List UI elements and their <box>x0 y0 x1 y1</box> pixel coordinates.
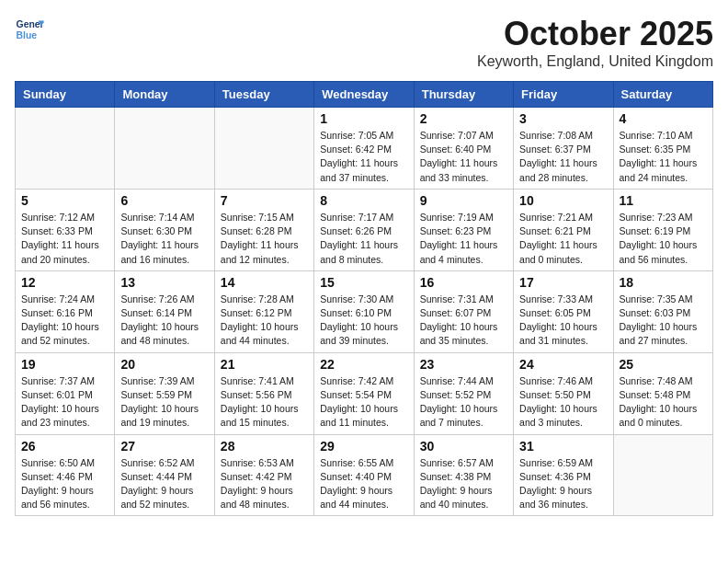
day-info: Sunrise: 7:35 AM Sunset: 6:03 PM Dayligh… <box>620 293 707 349</box>
day-number: 10 <box>519 193 607 208</box>
calendar-day-empty <box>214 108 313 190</box>
logo-icon: General Blue <box>15 15 44 44</box>
calendar-day-9: 9Sunrise: 7:19 AM Sunset: 6:23 PM Daylig… <box>414 189 513 270</box>
day-number: 22 <box>320 357 407 372</box>
day-info: Sunrise: 7:15 AM Sunset: 6:28 PM Dayligh… <box>221 211 308 267</box>
calendar-day-3: 3Sunrise: 7:08 AM Sunset: 6:37 PM Daylig… <box>514 108 613 190</box>
day-info: Sunrise: 7:42 AM Sunset: 5:54 PM Dayligh… <box>320 374 407 431</box>
day-info: Sunrise: 7:12 AM Sunset: 6:33 PM Dayligh… <box>21 211 108 267</box>
day-number: 20 <box>120 357 208 372</box>
day-info: Sunrise: 7:26 AM Sunset: 6:14 PM Dayligh… <box>120 293 208 349</box>
calendar-day-8: 8Sunrise: 7:17 AM Sunset: 6:26 PM Daylig… <box>314 189 414 270</box>
day-number: 26 <box>21 439 108 454</box>
day-info: Sunrise: 7:30 AM Sunset: 6:10 PM Dayligh… <box>320 293 407 349</box>
day-number: 25 <box>620 357 707 372</box>
day-info: Sunrise: 7:48 AM Sunset: 5:48 PM Dayligh… <box>620 374 707 431</box>
day-number: 3 <box>519 111 607 126</box>
weekday-header-saturday: Saturday <box>613 82 712 108</box>
calendar-week-row: 12Sunrise: 7:24 AM Sunset: 6:16 PM Dayli… <box>16 270 713 352</box>
day-number: 5 <box>21 193 108 208</box>
day-info: Sunrise: 7:21 AM Sunset: 6:21 PM Dayligh… <box>519 211 607 267</box>
location: Keyworth, England, United Kingdom <box>477 53 713 70</box>
weekday-header-monday: Monday <box>115 82 214 108</box>
day-info: Sunrise: 6:59 AM Sunset: 4:36 PM Dayligh… <box>519 456 607 512</box>
day-number: 14 <box>221 275 308 290</box>
calendar-day-1: 1Sunrise: 7:05 AM Sunset: 6:42 PM Daylig… <box>314 108 414 190</box>
day-info: Sunrise: 7:41 AM Sunset: 5:56 PM Dayligh… <box>221 374 308 431</box>
day-info: Sunrise: 7:24 AM Sunset: 6:16 PM Dayligh… <box>21 293 108 349</box>
logo: General Blue <box>15 15 44 44</box>
day-info: Sunrise: 7:39 AM Sunset: 5:59 PM Dayligh… <box>120 374 208 431</box>
day-info: Sunrise: 6:52 AM Sunset: 4:44 PM Dayligh… <box>120 456 208 512</box>
calendar-day-27: 27Sunrise: 6:52 AM Sunset: 4:44 PM Dayli… <box>115 434 214 516</box>
day-number: 19 <box>21 357 108 372</box>
day-number: 28 <box>221 439 308 454</box>
calendar-day-empty <box>115 108 214 190</box>
calendar-day-15: 15Sunrise: 7:30 AM Sunset: 6:10 PM Dayli… <box>314 270 414 352</box>
day-info: Sunrise: 7:33 AM Sunset: 6:05 PM Dayligh… <box>519 293 607 349</box>
day-number: 17 <box>519 275 607 290</box>
day-info: Sunrise: 7:07 AM Sunset: 6:40 PM Dayligh… <box>420 129 507 185</box>
calendar-week-row: 19Sunrise: 7:37 AM Sunset: 6:01 PM Dayli… <box>16 352 713 434</box>
day-info: Sunrise: 7:05 AM Sunset: 6:42 PM Dayligh… <box>320 129 407 185</box>
calendar-day-24: 24Sunrise: 7:46 AM Sunset: 5:50 PM Dayli… <box>514 352 613 434</box>
calendar-day-empty <box>16 108 115 190</box>
page-header: General Blue October 2025 Keyworth, Engl… <box>15 15 713 70</box>
day-info: Sunrise: 7:08 AM Sunset: 6:37 PM Dayligh… <box>519 129 607 185</box>
title-area: October 2025 Keyworth, England, United K… <box>477 15 713 70</box>
day-number: 15 <box>320 275 407 290</box>
svg-text:Blue: Blue <box>17 30 38 40</box>
month-title: October 2025 <box>477 15 713 53</box>
calendar-day-13: 13Sunrise: 7:26 AM Sunset: 6:14 PM Dayli… <box>115 270 214 352</box>
calendar-day-12: 12Sunrise: 7:24 AM Sunset: 6:16 PM Dayli… <box>16 270 115 352</box>
day-info: Sunrise: 7:31 AM Sunset: 6:07 PM Dayligh… <box>420 293 507 349</box>
weekday-header-row: SundayMondayTuesdayWednesdayThursdayFrid… <box>16 82 713 108</box>
day-number: 31 <box>519 439 607 454</box>
day-info: Sunrise: 6:57 AM Sunset: 4:38 PM Dayligh… <box>420 456 507 512</box>
day-info: Sunrise: 6:50 AM Sunset: 4:46 PM Dayligh… <box>21 456 108 512</box>
day-info: Sunrise: 6:55 AM Sunset: 4:40 PM Dayligh… <box>320 456 407 512</box>
calendar-week-row: 5Sunrise: 7:12 AM Sunset: 6:33 PM Daylig… <box>16 189 713 270</box>
day-number: 4 <box>620 111 707 126</box>
calendar-week-row: 1Sunrise: 7:05 AM Sunset: 6:42 PM Daylig… <box>16 108 713 190</box>
day-info: Sunrise: 7:23 AM Sunset: 6:19 PM Dayligh… <box>620 211 707 267</box>
day-number: 7 <box>221 193 308 208</box>
weekday-header-sunday: Sunday <box>16 82 115 108</box>
day-number: 8 <box>320 193 407 208</box>
day-number: 1 <box>320 111 407 126</box>
day-number: 30 <box>420 439 507 454</box>
day-info: Sunrise: 7:44 AM Sunset: 5:52 PM Dayligh… <box>420 374 507 431</box>
calendar-day-17: 17Sunrise: 7:33 AM Sunset: 6:05 PM Dayli… <box>514 270 613 352</box>
day-info: Sunrise: 6:53 AM Sunset: 4:42 PM Dayligh… <box>221 456 308 512</box>
calendar-day-5: 5Sunrise: 7:12 AM Sunset: 6:33 PM Daylig… <box>16 189 115 270</box>
day-number: 29 <box>320 439 407 454</box>
day-number: 21 <box>221 357 308 372</box>
day-info: Sunrise: 7:28 AM Sunset: 6:12 PM Dayligh… <box>221 293 308 349</box>
day-number: 23 <box>420 357 507 372</box>
weekday-header-tuesday: Tuesday <box>214 82 313 108</box>
day-info: Sunrise: 7:17 AM Sunset: 6:26 PM Dayligh… <box>320 211 407 267</box>
calendar-week-row: 26Sunrise: 6:50 AM Sunset: 4:46 PM Dayli… <box>16 434 713 516</box>
day-number: 24 <box>519 357 607 372</box>
calendar-day-19: 19Sunrise: 7:37 AM Sunset: 6:01 PM Dayli… <box>16 352 115 434</box>
day-info: Sunrise: 7:10 AM Sunset: 6:35 PM Dayligh… <box>620 129 707 185</box>
day-number: 13 <box>120 275 208 290</box>
day-number: 9 <box>420 193 507 208</box>
calendar-day-21: 21Sunrise: 7:41 AM Sunset: 5:56 PM Dayli… <box>214 352 313 434</box>
calendar-day-14: 14Sunrise: 7:28 AM Sunset: 6:12 PM Dayli… <box>214 270 313 352</box>
calendar-table: SundayMondayTuesdayWednesdayThursdayFrid… <box>15 81 713 516</box>
weekday-header-wednesday: Wednesday <box>314 82 414 108</box>
day-info: Sunrise: 7:14 AM Sunset: 6:30 PM Dayligh… <box>120 211 208 267</box>
day-number: 18 <box>620 275 707 290</box>
day-number: 27 <box>120 439 208 454</box>
calendar-day-29: 29Sunrise: 6:55 AM Sunset: 4:40 PM Dayli… <box>314 434 414 516</box>
calendar-day-22: 22Sunrise: 7:42 AM Sunset: 5:54 PM Dayli… <box>314 352 414 434</box>
calendar-day-16: 16Sunrise: 7:31 AM Sunset: 6:07 PM Dayli… <box>414 270 513 352</box>
calendar-day-26: 26Sunrise: 6:50 AM Sunset: 4:46 PM Dayli… <box>16 434 115 516</box>
calendar-day-2: 2Sunrise: 7:07 AM Sunset: 6:40 PM Daylig… <box>414 108 513 190</box>
weekday-header-friday: Friday <box>514 82 613 108</box>
day-info: Sunrise: 7:37 AM Sunset: 6:01 PM Dayligh… <box>21 374 108 431</box>
day-number: 2 <box>420 111 507 126</box>
day-number: 12 <box>21 275 108 290</box>
calendar-day-25: 25Sunrise: 7:48 AM Sunset: 5:48 PM Dayli… <box>613 352 712 434</box>
